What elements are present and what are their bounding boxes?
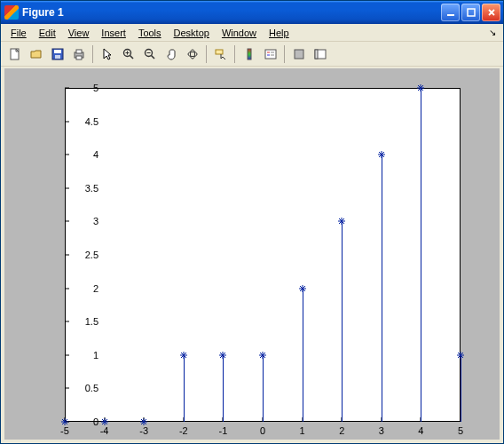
- svg-rect-5: [55, 55, 60, 59]
- toolbar-separator: [284, 45, 285, 63]
- show-plot-tools-button[interactable]: [310, 44, 330, 64]
- insert-colorbar-button[interactable]: [239, 44, 259, 64]
- svg-rect-18: [216, 50, 223, 54]
- matlab-icon: [4, 5, 19, 20]
- stem-line: [461, 355, 461, 422]
- stem-marker: [299, 285, 306, 292]
- print-button[interactable]: [68, 44, 89, 64]
- pointer-button[interactable]: [97, 44, 117, 64]
- toolbar-separator: [234, 45, 235, 63]
- x-tick-label: 3: [379, 425, 384, 436]
- x-tick-label: 4: [418, 425, 423, 436]
- stem-line: [263, 355, 264, 422]
- y-tick-mark: [65, 321, 69, 322]
- x-tick-label: -3: [139, 425, 148, 436]
- titlebar: Figure 1: [1, 1, 503, 24]
- y-tick-mark: [65, 221, 69, 222]
- svg-rect-1: [468, 9, 475, 16]
- stem-marker: [219, 352, 226, 359]
- hide-plot-tools-button[interactable]: [288, 44, 309, 64]
- y-tick-mark: [65, 187, 69, 188]
- svg-rect-8: [76, 56, 82, 59]
- menu-tools[interactable]: Tools: [132, 26, 168, 40]
- svg-point-17: [190, 50, 194, 59]
- data-cursor-button[interactable]: [210, 44, 231, 64]
- menu-desktop[interactable]: Desktop: [168, 26, 216, 40]
- svg-point-16: [188, 52, 197, 56]
- svg-rect-7: [76, 50, 82, 53]
- stem-line: [223, 355, 224, 422]
- new-figure-button[interactable]: [4, 44, 25, 64]
- save-button[interactable]: [47, 44, 67, 64]
- y-tick-mark: [65, 121, 69, 122]
- y-tick-mark: [65, 354, 69, 355]
- figure-window: Figure 1 File Edit View Insert Tools Des…: [0, 0, 504, 444]
- y-tick-mark: [65, 388, 69, 389]
- menu-window[interactable]: Window: [216, 26, 263, 40]
- stem-line: [421, 88, 421, 422]
- pan-button[interactable]: [161, 44, 181, 64]
- svg-rect-0: [447, 14, 454, 16]
- stem-marker: [140, 418, 147, 425]
- stem-marker: [457, 352, 464, 359]
- stem-line: [184, 355, 185, 422]
- stem-marker: [259, 352, 266, 359]
- menu-file[interactable]: File: [4, 26, 33, 40]
- toolbar: [1, 42, 503, 67]
- x-tick-label: -1: [219, 425, 228, 436]
- figure-canvas[interactable]: 00.511.522.533.544.55-5-4-3-2-1012345: [4, 68, 500, 440]
- x-tick-label: -2: [179, 425, 188, 436]
- menubar: File Edit View Insert Tools Desktop Wind…: [1, 24, 503, 42]
- y-tick-mark: [65, 155, 69, 155]
- svg-rect-19: [248, 49, 251, 59]
- x-tick-label: -5: [60, 425, 69, 436]
- x-tick-label: 1: [300, 425, 305, 436]
- zoom-in-button[interactable]: [118, 44, 138, 64]
- menu-help[interactable]: Help: [263, 26, 295, 40]
- insert-legend-button[interactable]: [260, 44, 280, 64]
- minimize-button[interactable]: [441, 4, 460, 21]
- stem-marker: [338, 218, 345, 225]
- x-tick-label: 2: [339, 425, 344, 436]
- stem-line: [342, 221, 343, 422]
- menu-edit[interactable]: Edit: [33, 26, 62, 40]
- svg-rect-20: [265, 50, 276, 59]
- y-tick-mark: [65, 288, 69, 289]
- maximize-button[interactable]: [461, 4, 480, 21]
- y-tick-mark: [65, 255, 69, 256]
- svg-line-10: [130, 55, 133, 59]
- stem-marker: [61, 418, 68, 425]
- stem-marker: [378, 151, 385, 158]
- menubar-overflow-icon[interactable]: ↘: [489, 28, 500, 37]
- svg-rect-4: [54, 50, 61, 53]
- rotate-3d-button[interactable]: [182, 44, 202, 64]
- toolbar-separator: [206, 45, 207, 63]
- x-tick-label: -4: [100, 425, 109, 436]
- window-buttons: [441, 4, 500, 21]
- svg-rect-27: [315, 50, 318, 59]
- window-title: Figure 1: [22, 6, 441, 19]
- svg-rect-25: [295, 50, 303, 59]
- stem-line: [303, 289, 303, 422]
- stem-marker: [180, 352, 187, 359]
- svg-line-14: [151, 55, 154, 59]
- stem-marker: [101, 418, 108, 425]
- zoom-out-button[interactable]: [139, 44, 160, 64]
- x-tick-label: 0: [260, 425, 265, 436]
- stem-marker: [417, 84, 424, 91]
- toolbar-separator: [92, 45, 93, 63]
- close-button[interactable]: [482, 4, 500, 21]
- y-tick-mark: [65, 88, 69, 89]
- stem-line: [382, 155, 382, 422]
- open-button[interactable]: [26, 44, 46, 64]
- x-tick-label: 5: [458, 425, 463, 436]
- menu-view[interactable]: View: [62, 26, 96, 40]
- menu-insert[interactable]: Insert: [95, 26, 132, 40]
